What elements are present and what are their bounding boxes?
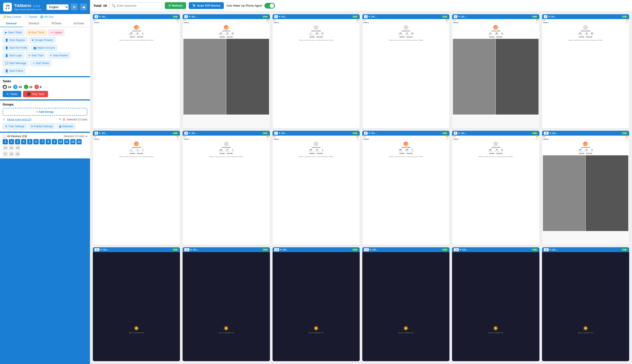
device-screen: 15:32📶🔋TikMatrix⚙ ✉ @tikmatrix1183 148Fo… (272, 136, 360, 245)
add-group-button[interactable]: + Add Group (3, 108, 87, 116)
api-doc-link[interactable]: 🌐 API Doc (40, 15, 54, 18)
edit-device-icon[interactable]: ✎ (458, 132, 460, 134)
language-select[interactable]: English Chinese (46, 4, 68, 10)
edit-device-icon[interactable]: ✎ (100, 248, 102, 251)
device-number-13[interactable]: 13 (76, 139, 82, 144)
device-card-8-9[interactable]: 8 ✎ SM-... USB 15:32📶🔋TikMatrix⚙ ✉ @tikm… (362, 130, 450, 245)
group-name-link[interactable]: Tiktok-train-test(13) (7, 118, 58, 121)
device-number-5[interactable]: 5 (27, 139, 32, 144)
edit-device-icon[interactable]: ✎ (460, 248, 462, 251)
device-card-6-7[interactable]: 6 ✎ SM-... USB 15:32📶🔋TikMatrix⚙ ✉ @tikm… (182, 130, 270, 245)
start-register-button[interactable]: 👤 Start Register (3, 37, 28, 43)
device-number-7[interactable]: 7 (40, 139, 45, 144)
match-account-button[interactable]: 👥 Match Account (31, 45, 57, 51)
edit-device-icon[interactable]: ✎ (190, 248, 192, 251)
start-message-button[interactable]: 💬 Start Message (3, 60, 28, 66)
device-card-17-15[interactable]: 17 ✎ SM-... USB ☀️Tap for weather info (362, 247, 450, 361)
tab-tktools[interactable]: TKTools (45, 20, 68, 27)
scrape-flowers-button[interactable]: ✿ Scrape Flowers (29, 37, 55, 43)
device-card-18-16[interactable]: 18 ✎ SM-... USB ☀️Tap for weather info (452, 247, 540, 361)
edit-device-icon[interactable]: ✎ (458, 16, 460, 18)
materials-button[interactable]: ▦ Materials (56, 123, 76, 130)
collapse-button[interactable]: ◀ (80, 4, 87, 10)
stop-task-button[interactable]: ⬛ Stop Task (23, 91, 48, 97)
device-card-5-6[interactable]: 5 ✎ SM-... USB 15:32📶🔋TikMatrix⚙ ✉ @tikm… (92, 130, 180, 245)
device-number-17[interactable]: 17 (3, 152, 8, 157)
start-fill-profile-button[interactable]: 👤 Start Fill Profile (3, 45, 30, 51)
start-train-button[interactable]: ↺ Start Train (26, 52, 46, 58)
device-number-11[interactable]: 11 (64, 139, 69, 144)
device-card-3-5[interactable]: 3 ✎ SM-... USB 15:32📶🔋TikMatrix⚙ ✉ @tikm… (542, 14, 629, 128)
delete-group-icon[interactable]: 🗑 (62, 118, 66, 121)
edit-device-icon[interactable]: ✎ (280, 248, 282, 251)
device-num-badge: 1 (184, 15, 188, 18)
device-number-6[interactable]: 6 (33, 139, 38, 144)
device-card-20-17[interactable]: 20 ✎ SM-... USB ☀️Tap for weather info (542, 247, 629, 361)
device-card-header: 1 ✎ SM-... USB (93, 14, 180, 19)
auto-wake-toggle[interactable] (264, 3, 275, 8)
device-number-3[interactable]: 3 (15, 139, 20, 144)
device-number-1[interactable]: 1 (3, 139, 8, 144)
device-card-1-0[interactable]: 1 ✎ SM-... USB 15:32📶🔋TikMatrix⚙ ✉ @tikm… (92, 14, 180, 128)
device-card-1-1[interactable]: 1 ✎ SM-... USB 15:32📶🔋TikMatrix⚙ ✉ @tik4… (182, 14, 270, 128)
device-number-2[interactable]: 2 (9, 139, 14, 144)
start-follow-button[interactable]: 👤 Start Follow (3, 68, 26, 74)
buy-license-link[interactable]: 🔑 Buy License (3, 15, 21, 18)
device-number-4[interactable]: 4 (21, 139, 26, 144)
edit-device-icon[interactable]: ✎ (99, 16, 101, 18)
device-number-10[interactable]: 10 (58, 139, 63, 144)
edit-device-icon[interactable]: ✎ (279, 16, 280, 18)
train-settings-button[interactable]: ⚙ Train Settings (3, 123, 27, 130)
device-card-7-8[interactable]: 7 ✎ SM-... USB 15:32📶🔋TikMatrix⚙ ✉ @tikm… (272, 130, 360, 245)
edit-device-icon[interactable]: ✎ (368, 132, 370, 134)
start-publish-button[interactable]: ✈ Start Publish (48, 52, 70, 58)
edit-group-icon[interactable]: ✎ (59, 118, 61, 121)
settings-button[interactable]: ⚙ (71, 4, 78, 10)
device-number-14[interactable]: 14 (3, 145, 8, 150)
device-card-2-2[interactable]: 2 ✎ SM-... USB 15:32📶🔋TikMatrix⚙ ✉ @tikm… (272, 14, 360, 128)
device-card-9-10[interactable]: 9 ✎ SM-... USB 15:32📶🔋TikMatrix⚙ ✉ @tikm… (452, 130, 540, 245)
device-card-14-14[interactable]: 14 ✎ SM-... USB ☀️Tap for weather info (272, 247, 360, 361)
edit-device-icon[interactable]: ✎ (99, 132, 101, 134)
device-card-12-13[interactable]: 12 ✎ SM-... USB ☀️Tap for weather info (182, 247, 270, 361)
edit-device-icon[interactable]: ✎ (550, 248, 551, 251)
edit-device-icon[interactable]: ✎ (189, 16, 190, 18)
tasks-button[interactable]: ✦ Tasks (3, 91, 21, 97)
device-model: SM-... (191, 132, 197, 134)
control-row-6: 👤 Start Follow (3, 68, 87, 74)
device-card-3-4[interactable]: 3 ✎ SM-... USB 15:32📶🔋TikMatrix⚙ ✉ @tikm… (452, 14, 540, 128)
device-screen: 15:32📶🔋TikMatrix⚙ ✉ @tikmatrix02501 232F… (542, 19, 629, 128)
edit-device-icon[interactable]: ✎ (189, 132, 190, 134)
device-number-15[interactable]: 15 (9, 145, 14, 150)
device-card-2-3[interactable]: 2 ✎ SM-... USB 15:32📶🔋TikMatrix⚙ ✉ @tikm… (362, 14, 450, 128)
logout-button[interactable]: ↩ Logout (48, 30, 64, 36)
edit-device-icon[interactable]: ✎ (370, 248, 372, 251)
device-card-11-12[interactable]: 11 ✎ SM-... USB ☀️Tap for weather info (92, 247, 180, 361)
edit-device-icon[interactable]: ✎ (368, 16, 370, 18)
edit-device-icon[interactable]: ✎ (550, 132, 551, 134)
tab-shortcut[interactable]: Shortcut (22, 20, 45, 27)
start-login-button[interactable]: 👤 Start Login (3, 52, 24, 58)
publish-settings-button[interactable]: ⚙ Publish Settings (28, 123, 55, 130)
scan-tcp-button[interactable]: 📡 Scan TCP Device (189, 2, 224, 9)
usb-badge: USB (352, 248, 358, 251)
edit-device-icon[interactable]: ✎ (279, 132, 280, 134)
start-share-button[interactable]: ↗ Start Share (30, 60, 51, 66)
device-card-10-11[interactable]: 10 ✎ SM-... USB 15:32📶🔋TikMatrix⚙ ✉ @tik… (542, 130, 629, 245)
tutorial-link[interactable]: 📄 Tutorial (24, 15, 37, 18)
device-number-8[interactable]: 8 (46, 139, 51, 144)
all-devices-toggle-label[interactable]: All Devices (19) (3, 134, 27, 138)
all-devices-checkbox[interactable] (3, 135, 6, 138)
open-tiktok-button[interactable]: ▶ Open Tiktok (3, 30, 24, 36)
edit-device-icon[interactable]: ✎ (548, 16, 550, 18)
search-input[interactable] (117, 4, 160, 7)
tab-instools[interactable]: InsTools (68, 20, 90, 27)
device-number-19[interactable]: 19 (15, 152, 20, 157)
tab-general[interactable]: General (0, 20, 22, 27)
device-number-18[interactable]: 18 (9, 152, 14, 157)
device-number-12[interactable]: 12 (70, 139, 76, 144)
device-number-9[interactable]: 9 (52, 139, 57, 144)
device-number-16[interactable]: 16 (15, 145, 20, 150)
stop-tiktok-button[interactable]: ✿ Stop Tiktok (26, 30, 47, 36)
refresh-button[interactable]: ↺ Refresh (165, 2, 186, 9)
